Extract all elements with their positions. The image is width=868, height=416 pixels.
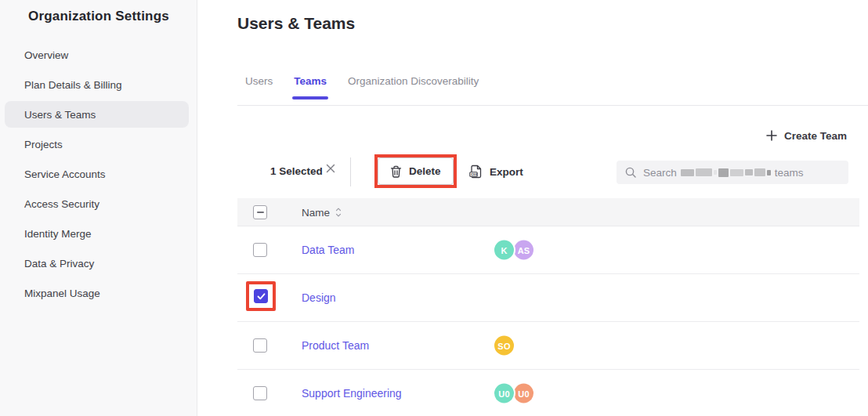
create-team-button[interactable]: Create Team	[766, 128, 847, 143]
sidebar-nav: Overview Plan Details & Billing Users & …	[0, 40, 197, 308]
annotation-checkbox-highlight	[246, 281, 276, 311]
sidebar-item-plan-details-billing[interactable]: Plan Details & Billing	[0, 70, 197, 99]
sidebar-item-data-privacy[interactable]: Data & Privacy	[0, 248, 197, 278]
table-row: Product Team SO	[237, 322, 859, 370]
avatar: K	[493, 239, 515, 262]
table-row: Data Team K AS	[237, 226, 859, 274]
team-name-link[interactable]: Design	[302, 291, 336, 304]
name-column-header[interactable]: Name	[302, 206, 342, 218]
tab-organization-discoverability[interactable]: Organization Discoverability	[348, 75, 479, 90]
table-row: Design	[237, 274, 859, 322]
selected-count: 1 Selected	[270, 165, 323, 177]
select-all-checkbox[interactable]	[253, 205, 267, 219]
avatar: U0	[512, 382, 535, 405]
table-header-row: Name	[237, 198, 859, 226]
toolbar-divider	[350, 157, 351, 186]
tab-teams[interactable]: Teams	[294, 75, 327, 90]
page-title: Users & Teams	[237, 14, 355, 33]
team-name-link[interactable]: Support Engineering	[302, 387, 402, 400]
search-icon	[625, 167, 636, 178]
avatar: U0	[493, 382, 515, 405]
avatar: AS	[512, 239, 535, 262]
avatar: SO	[493, 335, 515, 357]
csv-file-icon: csv	[469, 165, 483, 179]
search-input[interactable]: Search teams	[617, 161, 848, 184]
member-avatars: SO	[493, 335, 515, 357]
row-checkbox[interactable]	[253, 243, 267, 257]
tabs-divider	[237, 105, 868, 106]
sidebar-item-projects[interactable]: Projects	[0, 129, 197, 159]
annotation-delete-highlight: Delete	[374, 154, 457, 188]
indeterminate-minus-icon	[257, 212, 264, 213]
sidebar-item-access-security[interactable]: Access Security	[0, 189, 197, 219]
sidebar: Organization Settings Overview Plan Deta…	[0, 0, 197, 416]
teams-table: Name Data Team K AS	[237, 198, 859, 416]
sidebar-item-service-accounts[interactable]: Service Accounts	[0, 159, 197, 189]
team-name-link[interactable]: Data Team	[302, 244, 354, 256]
row-checkbox[interactable]	[253, 386, 267, 400]
redacted-placeholder-text	[681, 168, 771, 177]
export-label: Export	[490, 166, 523, 178]
sidebar-title: Organization Settings	[28, 9, 169, 24]
row-checkbox[interactable]	[253, 338, 267, 353]
search-placeholder: Search teams	[643, 167, 804, 179]
member-avatars: U0 U0	[493, 382, 535, 405]
svg-text:csv: csv	[471, 172, 477, 176]
tab-bar: Users Teams Organization Discoverability	[245, 75, 479, 90]
trash-icon	[390, 165, 402, 178]
member-avatars: K AS	[493, 239, 535, 262]
sidebar-item-overview[interactable]: Overview	[0, 40, 197, 70]
delete-label: Delete	[409, 165, 441, 177]
export-button[interactable]: csv Export	[469, 160, 523, 183]
tab-users[interactable]: Users	[245, 75, 273, 90]
team-name-link[interactable]: Product Team	[302, 339, 369, 352]
plus-icon	[766, 130, 777, 141]
create-team-label: Create Team	[784, 130, 847, 142]
delete-button[interactable]: Delete	[378, 157, 454, 185]
sidebar-item-users-teams[interactable]: Users & Teams	[5, 101, 189, 128]
sort-icon	[335, 207, 342, 217]
clear-selection-icon[interactable]	[324, 164, 337, 178]
sidebar-item-identity-merge[interactable]: Identity Merge	[0, 219, 197, 248]
row-checkbox[interactable]	[254, 289, 268, 303]
checkmark-icon	[257, 293, 266, 300]
table-row: Support Engineering U0 U0	[237, 370, 859, 416]
sidebar-item-mixpanel-usage[interactable]: Mixpanel Usage	[0, 278, 197, 308]
